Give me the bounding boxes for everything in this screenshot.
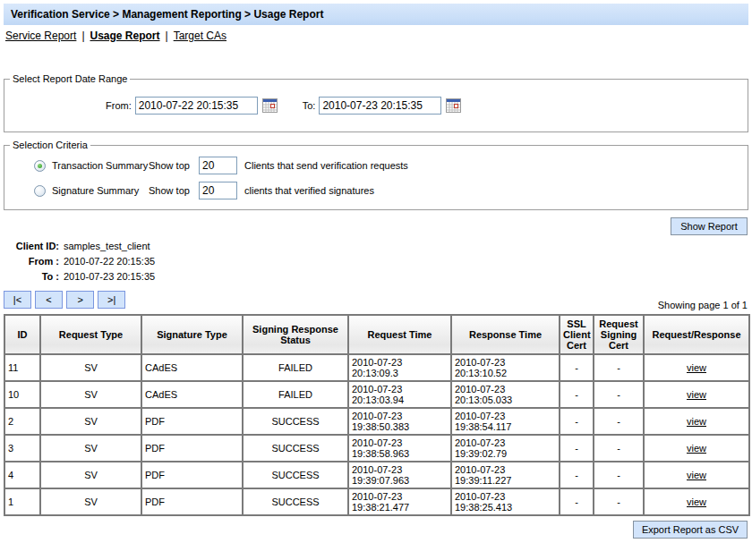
cell-status: FAILED [243, 354, 348, 381]
cell-status: SUCCESS [243, 462, 348, 488]
summary-to-value: 2010-07-23 20:15:35 [64, 269, 155, 284]
cell-ssl_client_cert: - [560, 354, 594, 381]
cell-request_signing_cert: - [594, 381, 644, 408]
usage-report-page: Verification Service > Management Report… [0, 0, 752, 560]
criteria-row-transaction: Transaction Summary Show top Clients tha… [34, 156, 748, 175]
table-row: 10SVCAdESFAILED2010-07-23 20:13:03.94201… [4, 381, 749, 408]
cell-signature_type: CAdES [141, 354, 243, 381]
view-link[interactable]: view [687, 389, 706, 400]
cell-link: view [644, 435, 749, 462]
cell-ssl_client_cert: - [560, 408, 594, 435]
cell-request_type: SV [40, 408, 141, 435]
cell-signature_type: PDF [141, 488, 243, 515]
to-label: To: [303, 100, 316, 111]
signature-summary-radio[interactable] [34, 185, 46, 197]
transaction-top-count-input[interactable] [199, 157, 237, 174]
nav-link-usage-report[interactable]: Usage Report [90, 30, 160, 42]
to-calendar-icon[interactable] [446, 98, 461, 113]
signature-summary-label: Signature Summary [52, 185, 149, 196]
table-row: 1SVPDFSUCCESS2010-07-23 19:38:21.4772010… [4, 488, 749, 515]
column-header: Request Time [348, 315, 451, 354]
cell-request_signing_cert: - [594, 488, 644, 515]
cell-response_time: 2010-07-23 19:38:54.117 [451, 408, 560, 435]
show-top-label: Show top [149, 160, 199, 171]
cell-request_time: 2010-07-23 19:38:58.963 [348, 435, 451, 462]
cell-request_time: 2010-07-23 19:39:07.963 [348, 462, 451, 488]
transaction-summary-label: Transaction Summary [52, 160, 149, 171]
client-id-value: samples_test_client [64, 239, 150, 254]
client-id-label: Client ID: [4, 239, 59, 254]
selection-criteria-legend: Selection Criteria [10, 140, 90, 150]
cell-id: 2 [4, 408, 40, 435]
cell-request_time: 2010-07-23 20:13:09.3 [348, 354, 451, 381]
cell-id: 11 [4, 354, 40, 381]
nav-bar: Service Report|Usage Report|Target CAs [4, 25, 748, 41]
report-summary: Client ID: samples_test_client From : 20… [4, 239, 748, 284]
from-calendar-icon[interactable] [262, 98, 278, 113]
cell-id: 10 [4, 381, 40, 408]
from-label: From: [106, 100, 132, 111]
view-link[interactable]: view [687, 416, 706, 427]
cell-signature_type: PDF [141, 408, 243, 435]
view-link[interactable]: view [687, 443, 706, 454]
column-header: Request Type [40, 315, 141, 354]
cell-ssl_client_cert: - [560, 381, 594, 408]
summary-to-label: To : [4, 269, 59, 284]
cell-signature_type: PDF [141, 435, 243, 462]
cell-request_time: 2010-07-23 19:38:21.477 [348, 488, 451, 515]
cell-ssl_client_cert: - [560, 462, 594, 488]
table-row: 4SVPDFSUCCESS2010-07-23 19:39:07.9632010… [4, 462, 749, 488]
cell-link: view [644, 462, 749, 488]
cell-id: 1 [4, 488, 40, 515]
column-header: Request Signing Cert [594, 315, 644, 354]
show-report-button[interactable]: Show Report [671, 217, 748, 235]
selection-criteria-fieldset: Selection Criteria Transaction Summary S… [4, 140, 748, 210]
next-page-button[interactable]: > [66, 291, 94, 309]
prev-page-button[interactable]: < [35, 291, 63, 309]
cell-link: view [644, 354, 749, 381]
nav-separator: | [81, 30, 84, 42]
cell-request_signing_cert: - [594, 354, 644, 381]
to-date-input[interactable] [319, 97, 441, 115]
pagination: |< < > >| Showing page 1 of 1 [4, 291, 748, 310]
column-header: Signing Response Status [243, 315, 348, 354]
view-link[interactable]: view [687, 470, 706, 480]
signature-top-count-input[interactable] [199, 182, 237, 199]
cell-response_time: 2010-07-23 19:39:11.227 [451, 462, 560, 488]
cell-status: SUCCESS [243, 435, 348, 462]
transaction-summary-radio[interactable] [34, 160, 46, 172]
view-link[interactable]: view [687, 496, 706, 507]
cell-ssl_client_cert: - [560, 435, 594, 462]
column-header: SSL Client Cert [560, 315, 594, 354]
first-page-button[interactable]: |< [4, 291, 31, 309]
column-header: Signature Type [141, 315, 243, 354]
cell-request_type: SV [40, 381, 141, 408]
cell-request_signing_cert: - [594, 435, 644, 462]
cell-link: view [644, 488, 749, 515]
export-csv-button[interactable]: Export Report as CSV [633, 521, 748, 539]
cell-request_signing_cert: - [594, 462, 644, 488]
last-page-button[interactable]: >| [98, 291, 125, 309]
cell-id: 3 [4, 435, 40, 462]
nav-link-service-report[interactable]: Service Report [5, 30, 76, 42]
cell-response_time: 2010-07-23 19:39:02.79 [451, 435, 560, 462]
cell-signature_type: CAdES [141, 381, 243, 408]
cell-request_signing_cert: - [594, 408, 644, 435]
view-link[interactable]: view [687, 362, 706, 373]
from-date-input[interactable] [135, 97, 258, 115]
page-status: Showing page 1 of 1 [658, 300, 748, 310]
cell-status: FAILED [243, 381, 348, 408]
cell-link: view [644, 381, 749, 408]
table-header-row: IDRequest TypeSignature TypeSigning Resp… [4, 315, 749, 354]
cell-signature_type: PDF [141, 462, 243, 488]
usage-report-table: IDRequest TypeSignature TypeSigning Resp… [4, 314, 750, 516]
date-range-legend: Select Report Date Range [10, 73, 130, 84]
cell-request_type: SV [40, 488, 141, 515]
nav-link-target-cas[interactable]: Target CAs [174, 30, 226, 42]
cell-request_type: SV [40, 354, 141, 381]
nav-separator: | [166, 30, 168, 42]
cell-response_time: 2010-07-23 20:13:05.033 [451, 381, 560, 408]
signature-summary-description: clients that verified signatures [244, 185, 374, 196]
cell-status: SUCCESS [243, 488, 348, 515]
cell-request_time: 2010-07-23 19:38:50.383 [348, 408, 451, 435]
